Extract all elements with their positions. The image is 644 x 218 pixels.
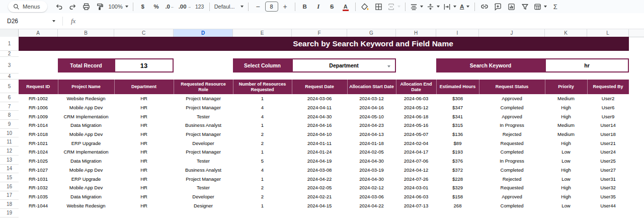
table-cell[interactable]: 2024-07-06 (396, 157, 436, 166)
table-cell[interactable]: 2024-06-03 (396, 94, 436, 103)
table-cell[interactable]: Mobile App Dev (58, 183, 114, 192)
column-header-D[interactable]: D (174, 29, 233, 37)
table-cell[interactable]: Completed (479, 201, 545, 210)
table-cell[interactable]: Low (545, 174, 587, 183)
table-cell[interactable]: Project Manager (174, 148, 233, 157)
row-header-18[interactable]: 18 (0, 200, 19, 209)
table-cell[interactable]: $158 (436, 192, 479, 201)
column-header-C[interactable]: C (114, 29, 174, 37)
column-header-K[interactable]: K (545, 29, 587, 37)
table-cell[interactable]: Business Analyst (174, 121, 233, 130)
table-cell[interactable]: Tester (174, 112, 233, 121)
table-cell[interactable]: 2024-04-11 (292, 103, 347, 112)
table-cell[interactable]: Low (545, 201, 587, 210)
row-header-2[interactable]: 2 (0, 51, 19, 57)
row-header-5[interactable]: 5 (0, 80, 19, 93)
table-cell[interactable]: 268 (436, 201, 479, 210)
table-cell[interactable]: RR-1002 (19, 94, 58, 103)
fill-color-button[interactable] (359, 1, 372, 12)
row-header-4[interactable]: 4 (0, 74, 19, 80)
table-cell[interactable]: 2024-04-17 (396, 148, 436, 157)
table-cell[interactable]: $228 (436, 174, 479, 183)
table-cell[interactable]: 2024-06-18 (396, 112, 436, 121)
table-cell[interactable]: 2024-02-05 (292, 183, 347, 192)
table-cell[interactable]: 2024-04-16 (292, 121, 347, 130)
table-cell[interactable]: 2 (233, 192, 292, 201)
column-header-I[interactable]: I (436, 29, 479, 37)
table-cell[interactable]: HR (114, 183, 174, 192)
row-header-19[interactable]: 19 (0, 209, 19, 217)
row-header-7[interactable]: 7 (0, 102, 19, 111)
table-cell[interactable]: User27 (587, 166, 629, 175)
format-currency-button[interactable]: $ (136, 1, 149, 12)
table-cell[interactable]: User31 (587, 174, 629, 183)
table-cell[interactable]: Tester (174, 157, 233, 166)
text-rotation-button[interactable]: A (458, 1, 471, 12)
horizontal-align-button[interactable] (409, 1, 425, 12)
table-cell[interactable]: CRM Implementation (58, 148, 114, 157)
column-header-A[interactable]: A (19, 29, 58, 37)
table-column-header[interactable]: Allocation End Date (396, 80, 436, 94)
table-cell[interactable]: Business Analyst (174, 166, 233, 175)
search-keyword-input[interactable]: hr (545, 58, 629, 72)
table-cell[interactable]: Data Migration (58, 192, 114, 201)
table-cell[interactable]: 2024-07-26 (396, 174, 436, 183)
strikethrough-button[interactable]: S (326, 1, 339, 12)
font-size-input[interactable]: 8 (265, 2, 278, 12)
table-cell[interactable]: Developer (174, 192, 233, 201)
table-cell[interactable]: RR-1006 (19, 103, 58, 112)
table-cell[interactable]: 2024-02-05 (347, 148, 396, 157)
table-cell[interactable]: Low (545, 148, 587, 157)
create-filter-button[interactable] (519, 1, 532, 12)
table-cell[interactable]: 2024-05-12 (396, 103, 436, 112)
table-cell[interactable]: 2024-02-12 (347, 183, 396, 192)
table-cell[interactable]: User35 (587, 192, 629, 201)
table-cell[interactable]: Developer (174, 138, 233, 148)
table-cell[interactable]: User9 (587, 112, 629, 121)
table-cell[interactable]: HR (114, 166, 174, 175)
column-header-H[interactable]: H (396, 29, 436, 37)
table-cell[interactable]: Medium (545, 130, 587, 139)
column-header-G[interactable]: G (347, 29, 396, 37)
table-cell[interactable]: HR (114, 103, 174, 112)
table-cell[interactable]: 2024-04-30 (292, 112, 347, 121)
table-cell[interactable]: High (545, 183, 587, 192)
row-header-16[interactable]: 16 (0, 182, 19, 191)
menus-button[interactable]: Menus (8, 1, 47, 12)
table-cell[interactable]: Medium (545, 121, 587, 130)
table-cell[interactable]: Project Manager (174, 103, 233, 112)
table-cell[interactable]: $315 (436, 121, 479, 130)
table-cell[interactable]: RR-1031 (19, 174, 58, 183)
table-cell[interactable]: Mobile App Dev (58, 130, 114, 139)
table-cell[interactable]: Completed (479, 148, 545, 157)
table-cell[interactable]: 2024-04-22 (292, 174, 347, 183)
table-cell[interactable]: 1 (233, 174, 292, 183)
table-cell[interactable]: In Progress (479, 157, 545, 166)
table-cell[interactable]: $372 (436, 166, 479, 175)
table-cell[interactable]: HR (114, 130, 174, 139)
table-cell[interactable]: $89 (436, 138, 479, 148)
redo-button[interactable] (66, 1, 79, 12)
table-cell[interactable]: Project Manager (174, 94, 233, 103)
table-column-header[interactable]: Estimated Hours (436, 80, 479, 94)
table-column-header[interactable]: Request ID (19, 80, 58, 94)
table-cell[interactable]: 2024-05-07 (396, 130, 436, 139)
format-percent-button[interactable]: % (150, 1, 163, 12)
table-cell[interactable]: User25 (587, 157, 629, 166)
table-column-header[interactable]: Request Date (292, 80, 347, 94)
table-column-header[interactable]: Priority (545, 80, 587, 94)
table-cell[interactable]: HR (114, 192, 174, 201)
table-column-header[interactable]: Requested By (587, 80, 629, 94)
table-cell[interactable]: Approved (479, 192, 545, 201)
table-cell[interactable]: User18 (587, 130, 629, 139)
table-column-header[interactable]: Requested Resource Role (174, 80, 233, 94)
table-cell[interactable]: Mobile App Dev (58, 103, 114, 112)
table-cell[interactable]: CRM Implementation (58, 112, 114, 121)
table-cell[interactable]: 1 (233, 121, 292, 130)
table-cell[interactable]: Rejected (479, 174, 545, 183)
table-cell[interactable]: HR (114, 148, 174, 157)
row-header-9[interactable]: 9 (0, 120, 19, 129)
table-cell[interactable]: RR-1025 (19, 157, 58, 166)
table-column-header[interactable]: Allocation Start Date (347, 80, 396, 94)
table-cell[interactable]: 2024-02-21 (292, 192, 347, 201)
